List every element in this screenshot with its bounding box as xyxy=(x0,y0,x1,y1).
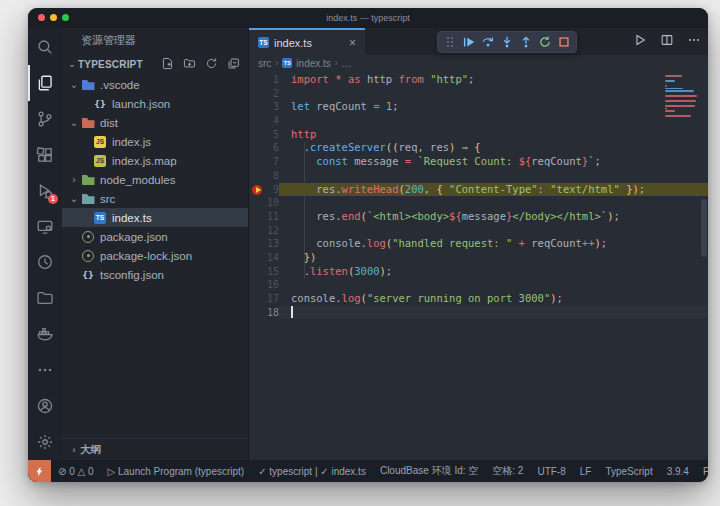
settings-gear-icon[interactable] xyxy=(28,424,62,460)
line-number[interactable]: 7 xyxy=(249,155,279,169)
line-content[interactable]: import * as http from "http"; xyxy=(279,73,708,87)
line-number[interactable]: 3 xyxy=(249,100,279,114)
debug-step-over-icon[interactable] xyxy=(479,33,497,51)
new-file-icon[interactable] xyxy=(161,57,174,72)
status-remote-indicator[interactable] xyxy=(28,460,51,482)
status-encoding[interactable]: UTF-8 xyxy=(530,460,572,482)
code-line-9[interactable]: 9 res.writeHead(200, { "Content-Type": "… xyxy=(249,183,708,197)
tree-item-launch-json[interactable]: {}launch.json xyxy=(62,94,248,113)
debug-continue-icon[interactable] xyxy=(460,33,478,51)
line-content[interactable]: console.log("handled request: " + reqCou… xyxy=(279,237,708,251)
line-number[interactable]: 17 xyxy=(249,292,279,306)
line-content[interactable]: let reqCount = 1; xyxy=(279,100,708,114)
tree-item-index-js-map[interactable]: JSindex.js.map xyxy=(62,151,248,170)
code-line-8[interactable]: 8 xyxy=(249,169,708,183)
line-content[interactable] xyxy=(279,87,708,101)
docker-icon[interactable] xyxy=(28,316,62,352)
debug-restart-icon[interactable] xyxy=(536,33,554,51)
minimap[interactable] xyxy=(665,75,699,119)
tab-index-ts[interactable]: TS index.ts × xyxy=(249,28,365,55)
code-line-7[interactable]: 7 const message = `Request Count: ${reqC… xyxy=(249,155,708,169)
close-tab-icon[interactable]: × xyxy=(349,37,356,49)
code-line-16[interactable]: 16 xyxy=(249,278,708,292)
code-line-18[interactable]: 18 xyxy=(249,306,708,320)
code-line-11[interactable]: 11 res.end(`<html><body>${message}</body… xyxy=(249,210,708,224)
line-content[interactable]: res.writeHead(200, { "Content-Type": "te… xyxy=(279,183,708,197)
line-number[interactable]: 13 xyxy=(249,237,279,251)
line-number[interactable]: 12 xyxy=(249,224,279,238)
status-debug-launch[interactable]: ▷ Launch Program (typescript) xyxy=(101,460,252,482)
tree-item-node-modules[interactable]: ›node_modules xyxy=(62,170,248,189)
code-line-4[interactable]: 4 xyxy=(249,114,708,128)
tree-item--vscode[interactable]: ⌄.vscode xyxy=(62,75,248,94)
tree-item-package-lock-json[interactable]: package-lock.json xyxy=(62,246,248,265)
tree-item-src[interactable]: ⌄src xyxy=(62,189,248,208)
line-content[interactable] xyxy=(279,169,708,183)
run-file-icon[interactable] xyxy=(633,33,647,51)
code-line-13[interactable]: 13 console.log("handled request: " + req… xyxy=(249,237,708,251)
status-cloudbase-env[interactable]: CloudBase 环境 Id: 空 xyxy=(373,460,485,482)
line-number[interactable]: 18 xyxy=(249,306,279,320)
line-number[interactable]: 4 xyxy=(249,114,279,128)
status-ts-version[interactable]: 3.9.4 xyxy=(660,460,696,482)
outline-section[interactable]: › 大纲 xyxy=(62,438,248,460)
debug-step-out-icon[interactable] xyxy=(517,33,535,51)
tree-item-index-ts[interactable]: TSindex.ts xyxy=(62,208,248,227)
collapse-all-icon[interactable] xyxy=(227,57,240,72)
code-line-15[interactable]: 15 .listen(3000); xyxy=(249,265,708,279)
more-actions-icon[interactable] xyxy=(687,33,701,51)
code-line-6[interactable]: 6 .createServer((req, res) ⇒ { xyxy=(249,141,708,155)
refresh-icon[interactable] xyxy=(205,57,218,72)
debug-stop-icon[interactable] xyxy=(555,33,573,51)
new-folder-icon[interactable] xyxy=(183,57,196,72)
tree-item-index-js[interactable]: JSindex.js xyxy=(62,132,248,151)
minimize-window-button[interactable] xyxy=(50,14,57,21)
line-number[interactable]: 11 xyxy=(249,210,279,224)
line-content[interactable] xyxy=(279,114,708,128)
source-control-icon[interactable] xyxy=(28,101,62,137)
explorer-icon[interactable] xyxy=(28,65,62,101)
more-icon[interactable] xyxy=(28,352,62,388)
breakpoint-current-line-icon[interactable] xyxy=(252,185,262,195)
line-number[interactable]: 5 xyxy=(249,128,279,142)
extensions-icon[interactable] xyxy=(28,137,62,173)
code-line-14[interactable]: 14 }) xyxy=(249,251,708,265)
tree-item-dist[interactable]: ⌄dist xyxy=(62,113,248,132)
status-eol[interactable]: LF xyxy=(573,460,599,482)
line-number[interactable]: 2 xyxy=(249,87,279,101)
code-line-3[interactable]: 3let reqCount = 1; xyxy=(249,100,708,114)
line-content[interactable]: }) xyxy=(279,251,708,265)
line-content[interactable]: res.end(`<html><body>${message}</body></… xyxy=(279,210,708,224)
line-content[interactable]: .listen(3000); xyxy=(279,265,708,279)
line-content[interactable]: .createServer((req, res) ⇒ { xyxy=(279,141,708,155)
close-window-button[interactable] xyxy=(38,14,45,21)
breadcrumb-symbol[interactable]: … xyxy=(342,58,352,69)
code-line-10[interactable]: 10 xyxy=(249,196,708,210)
timeline-icon[interactable] xyxy=(28,245,62,281)
status-lint-status[interactable]: ✓ typescript | ✓ index.ts xyxy=(251,460,373,482)
zoom-window-button[interactable] xyxy=(62,14,69,21)
account-icon[interactable] xyxy=(28,388,62,424)
code-line-12[interactable]: 12 xyxy=(249,224,708,238)
split-editor-icon[interactable] xyxy=(660,33,674,51)
editor-scrollbar[interactable] xyxy=(701,199,707,257)
tree-item-tsconfig-json[interactable]: {}tsconfig.json xyxy=(62,265,248,284)
breadcrumb-src[interactable]: src xyxy=(258,58,271,69)
line-content[interactable] xyxy=(279,224,708,238)
status-indentation[interactable]: 空格: 2 xyxy=(485,460,530,482)
explorer-section-header[interactable]: ⌄ TYPESCRIPT xyxy=(62,53,248,75)
status-problems[interactable]: ⊘ 0 △ 0 xyxy=(51,460,101,482)
remote-explorer-icon[interactable] xyxy=(28,209,62,245)
line-number[interactable]: 15 xyxy=(249,265,279,279)
code-line-1[interactable]: 1import * as http from "http"; xyxy=(249,73,708,87)
breadcrumb-file[interactable]: index.ts xyxy=(296,58,330,69)
line-content[interactable] xyxy=(279,196,708,210)
line-content[interactable]: http xyxy=(279,128,708,142)
code-line-2[interactable]: 2 xyxy=(249,87,708,101)
line-number[interactable]: 10 xyxy=(249,196,279,210)
line-content[interactable]: console.log("server running on port 3000… xyxy=(279,292,708,306)
status-prettier[interactable]: Prettier: ✓ xyxy=(696,460,708,482)
line-content[interactable]: const message = `Request Count: ${reqCou… xyxy=(279,155,708,169)
code-area[interactable]: 1import * as http from "http";23let reqC… xyxy=(249,71,708,460)
code-line-17[interactable]: 17console.log("server running on port 30… xyxy=(249,292,708,306)
